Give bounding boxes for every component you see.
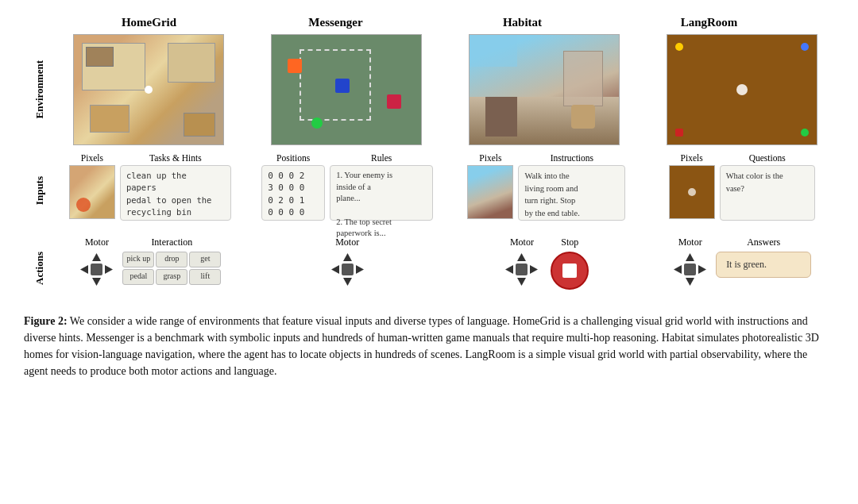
homegrid-motor-label: Motor bbox=[85, 237, 109, 248]
langroom-motor-label: Motor bbox=[678, 237, 702, 248]
langroom-pixel-thumb bbox=[669, 165, 715, 219]
habitat-actions: Motor Stop bbox=[459, 237, 634, 290]
inputs-row-label: Inputs bbox=[33, 176, 46, 205]
habitat-env-image bbox=[469, 34, 620, 145]
langroom-actions: Motor Answers bbox=[659, 237, 825, 287]
figure-caption: Figure 2: We consider a wide range of en… bbox=[24, 313, 834, 379]
lift-btn[interactable]: lift bbox=[189, 269, 221, 285]
homegrid-interaction-buttons: pick up drop get pedal grasp lift bbox=[122, 252, 221, 285]
svg-marker-6 bbox=[343, 278, 352, 286]
homegrid-actions: Motor bbox=[64, 237, 235, 287]
habitat-title: Habitat bbox=[503, 16, 542, 29]
actions-row-label: Actions bbox=[33, 252, 46, 285]
messenger-matrix-box: 0 0 0 2 3 0 0 0 0 2 0 1 0 0 0 0 bbox=[261, 165, 325, 221]
main-container: HomeGrid Messenger Habitat LangRoom Envi… bbox=[24, 16, 834, 379]
langroom-questions-box: What color is the vase? bbox=[720, 165, 815, 221]
pickup-btn[interactable]: pick up bbox=[122, 252, 154, 267]
environment-row-label: Environment bbox=[33, 60, 46, 118]
homegrid-pixel-label: Pixels bbox=[81, 153, 103, 163]
habitat-stop-label: Stop bbox=[561, 237, 578, 248]
svg-marker-2 bbox=[80, 265, 88, 274]
messenger-rules-label: Rules bbox=[371, 153, 392, 163]
langroom-questions-label: Questions bbox=[749, 153, 786, 163]
stop-square-icon bbox=[562, 264, 577, 278]
figure-label: Figure 2: bbox=[24, 315, 68, 327]
svg-marker-16 bbox=[686, 278, 694, 286]
svg-marker-12 bbox=[505, 265, 513, 274]
langroom-pixel-label: Pixels bbox=[681, 153, 703, 163]
caption-text: We consider a wide range of environments… bbox=[24, 315, 819, 377]
homegrid-pixel-thumb bbox=[69, 165, 115, 219]
homegrid-inputs: Pixels Tasks & Hints clean up the papers… bbox=[64, 153, 235, 221]
messenger-rules-box: 1. Your enemy is inside of a plane... 2.… bbox=[330, 165, 433, 221]
messenger-positions-label: Positions bbox=[276, 153, 310, 163]
drop-btn[interactable]: drop bbox=[156, 252, 187, 267]
svg-marker-0 bbox=[92, 253, 101, 261]
habitat-instructions-label: Instructions bbox=[551, 153, 593, 163]
homegrid-tasks-box: clean up the papers pedal to open the re… bbox=[120, 165, 231, 221]
svg-marker-3 bbox=[105, 265, 113, 274]
svg-marker-1 bbox=[92, 278, 101, 286]
messenger-motor-label: Motor bbox=[335, 237, 359, 248]
messenger-actions: Motor bbox=[260, 237, 435, 287]
pedal-btn[interactable]: pedal bbox=[122, 269, 154, 285]
habitat-motor-label: Motor bbox=[510, 237, 534, 248]
svg-marker-18 bbox=[698, 265, 706, 274]
svg-rect-9 bbox=[342, 264, 354, 275]
svg-rect-19 bbox=[684, 264, 696, 275]
homegrid-title: HomeGrid bbox=[122, 16, 176, 29]
messenger-inputs: Positions 0 0 0 2 3 0 0 0 0 2 0 1 0 0 0 … bbox=[260, 153, 435, 221]
habitat-pixel-thumb bbox=[467, 165, 513, 219]
grasp-btn[interactable]: grasp bbox=[156, 269, 187, 285]
habitat-instructions-box: Walk into the living room and turn right… bbox=[518, 165, 625, 221]
langroom-answer-box: It is green. bbox=[716, 252, 811, 278]
svg-marker-13 bbox=[530, 265, 538, 274]
svg-marker-15 bbox=[686, 253, 694, 261]
homegrid-interaction-label: Interaction bbox=[151, 237, 192, 248]
svg-marker-8 bbox=[356, 265, 364, 274]
langroom-env-image bbox=[667, 34, 817, 145]
messenger-title: Messenger bbox=[308, 16, 362, 29]
get-btn[interactable]: get bbox=[189, 252, 221, 267]
homegrid-tasks-label: Tasks & Hints bbox=[149, 153, 202, 163]
habitat-motor-arrow[interactable] bbox=[504, 252, 539, 287]
langroom-answers-label: Answers bbox=[747, 237, 780, 248]
messenger-motor-arrow[interactable] bbox=[330, 252, 365, 287]
svg-marker-17 bbox=[674, 265, 682, 274]
homegrid-motor-arrow[interactable] bbox=[79, 252, 114, 287]
svg-marker-5 bbox=[343, 253, 352, 261]
homegrid-env-image bbox=[73, 34, 224, 145]
svg-rect-14 bbox=[516, 264, 528, 275]
svg-marker-11 bbox=[517, 278, 526, 286]
stop-button[interactable] bbox=[551, 252, 589, 290]
svg-rect-4 bbox=[91, 264, 102, 275]
svg-marker-10 bbox=[517, 253, 526, 261]
svg-marker-7 bbox=[331, 265, 339, 274]
langroom-motor-arrow[interactable] bbox=[672, 252, 708, 287]
habitat-pixel-label: Pixels bbox=[479, 153, 501, 163]
langroom-inputs: Pixels Questions What color is the vase? bbox=[659, 153, 825, 221]
messenger-env-image bbox=[271, 34, 422, 145]
habitat-inputs: Pixels Instructions Walk into the living… bbox=[459, 153, 634, 221]
langroom-title: LangRoom bbox=[681, 16, 738, 29]
